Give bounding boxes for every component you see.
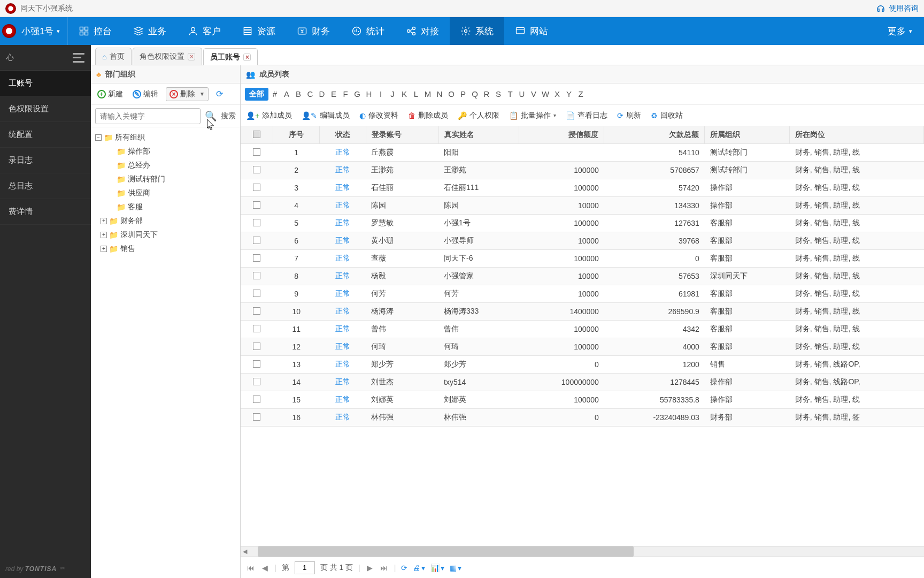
tab-home[interactable]: ⌂首页	[95, 48, 132, 65]
table-row[interactable]: 4正常陈园陈园10000134330操作部财务, 销售, 助理, 线	[241, 197, 924, 215]
tree-root[interactable]: −📁所有组织	[93, 131, 238, 144]
nav-integration[interactable]: 对接	[395, 17, 450, 45]
alpha-letter[interactable]: #	[270, 89, 280, 98]
col-account[interactable]: 登录账号	[366, 126, 438, 144]
collapse-icon[interactable]: −	[95, 134, 102, 141]
alpha-letter[interactable]: J	[387, 89, 398, 98]
row-checkbox[interactable]	[241, 144, 273, 162]
alpha-letter[interactable]: M	[422, 89, 433, 98]
table-row[interactable]: 13正常郑少芳郑少芳01200销售财务, 销售, 线路OP,	[241, 356, 924, 374]
recycle-button[interactable]: ♻回收站	[651, 111, 683, 120]
help-link[interactable]: 使用咨询	[876, 4, 919, 13]
col-checkbox[interactable]	[241, 126, 273, 144]
modify-info-button[interactable]: ◐修改资料	[359, 111, 398, 120]
alpha-letter[interactable]: E	[328, 89, 339, 98]
nav-console[interactable]: 控台	[68, 17, 122, 45]
pager-refresh-button[interactable]: ⟳	[401, 564, 407, 572]
alpha-letter[interactable]: V	[528, 89, 539, 98]
tree-node[interactable]: 📁供应商	[93, 186, 238, 200]
alpha-letter[interactable]: Q	[469, 89, 480, 98]
alpha-letter[interactable]: C	[305, 89, 315, 98]
table-row[interactable]: 5正常罗慧敏小强1号100000127631客服部财务, 销售, 助理, 线	[241, 215, 924, 232]
row-checkbox[interactable]	[241, 409, 273, 427]
alpha-letter[interactable]: K	[399, 89, 410, 98]
row-checkbox[interactable]	[241, 303, 273, 321]
tree-delete-button[interactable]: ×删除▼	[166, 87, 209, 101]
tree-node[interactable]: 📁操作部	[93, 144, 238, 158]
table-row[interactable]: 12正常何琦何琦1000004000客服部财务, 销售, 助理, 线	[241, 338, 924, 356]
tree-edit-button[interactable]: ✎编辑	[130, 88, 160, 100]
expand-icon[interactable]: +	[101, 232, 107, 238]
nav-finance[interactable]: 财务	[286, 17, 341, 45]
row-checkbox[interactable]	[241, 321, 273, 338]
table-row[interactable]: 7正常查薇同天下-61000000客服部财务, 销售, 助理, 线	[241, 250, 924, 268]
alpha-letter[interactable]: O	[446, 89, 457, 98]
nav-website[interactable]: 网站	[504, 17, 559, 45]
row-checkbox[interactable]	[241, 285, 273, 303]
alpha-letter[interactable]: A	[281, 89, 292, 98]
pager-last-button[interactable]: ⏭	[379, 564, 389, 572]
pager-prev-button[interactable]: ◀	[261, 564, 269, 572]
tree-node[interactable]: +📁财务部	[93, 214, 238, 228]
alpha-letter[interactable]: U	[517, 89, 527, 98]
table-row[interactable]: 11正常曾伟曾伟1000004342客服部财务, 销售, 助理, 线	[241, 321, 924, 338]
col-index[interactable]: 序号	[273, 126, 320, 144]
sidebar-collapse-icon[interactable]	[73, 53, 84, 63]
row-checkbox[interactable]	[241, 215, 273, 232]
alpha-letter[interactable]: N	[434, 89, 445, 98]
alpha-letter[interactable]: Z	[575, 89, 586, 98]
edit-member-button[interactable]: 👤✎编辑成员	[302, 111, 350, 120]
nav-resource[interactable]: 资源	[232, 17, 286, 45]
table-row[interactable]: 14正常刘世杰txy5141000000001278445操作部财务, 销售, …	[241, 374, 924, 391]
tree-node[interactable]: 📁总经办	[93, 158, 238, 172]
col-debt[interactable]: 欠款总额	[604, 126, 705, 144]
alpha-letter[interactable]: W	[540, 89, 551, 98]
table-row[interactable]: 15正常刘娜英刘娜英10000055783335.8操作部财务, 销售, 助理,…	[241, 391, 924, 409]
batch-ops-button[interactable]: 📋批量操作▾	[509, 111, 556, 120]
tree-new-button[interactable]: +新建	[95, 88, 125, 100]
view-log-button[interactable]: 📄查看日志	[566, 111, 607, 120]
personal-perm-button[interactable]: 🔑个人权限	[458, 111, 499, 120]
alpha-letter[interactable]: L	[411, 89, 421, 98]
nav-more[interactable]: 更多▾	[876, 25, 924, 37]
tab-role-perm[interactable]: 角色权限设置×	[133, 48, 202, 65]
alpha-all[interactable]: 全部	[245, 88, 268, 101]
alpha-letter[interactable]: T	[505, 89, 515, 98]
col-status[interactable]: 状态	[319, 126, 366, 144]
tree-node[interactable]: 📁客服	[93, 200, 238, 214]
tree-node[interactable]: 📁测试转部门	[93, 172, 238, 186]
row-checkbox[interactable]	[241, 162, 273, 179]
sidebar-item-fee-detail[interactable]: 费详情	[0, 199, 91, 225]
close-icon[interactable]: ×	[188, 53, 195, 60]
col-post[interactable]: 所在岗位	[790, 126, 924, 144]
alpha-letter[interactable]: I	[375, 89, 386, 98]
nav-system[interactable]: 系统	[450, 17, 504, 45]
pager-page-input[interactable]	[295, 561, 315, 574]
sidebar-item-staff-account[interactable]: 工账号	[0, 71, 91, 96]
pager-columns-button[interactable]: ▦▾	[450, 564, 461, 572]
tree-refresh-button[interactable]: ⟳	[214, 88, 225, 100]
alpha-letter[interactable]: B	[293, 89, 304, 98]
delete-member-button[interactable]: 🗑删除成员	[408, 111, 448, 120]
sidebar-item-role-perm[interactable]: 色权限设置	[0, 96, 91, 122]
row-checkbox[interactable]	[241, 250, 273, 268]
table-row[interactable]: 3正常石佳丽石佳丽11110000057420操作部财务, 销售, 助理, 线	[241, 179, 924, 197]
row-checkbox[interactable]	[241, 197, 273, 215]
nav-stats[interactable]: 统计	[341, 17, 395, 45]
tree-search-input[interactable]	[95, 108, 201, 124]
table-row[interactable]: 1正常丘燕霞阳阳54110测试转部门财务, 销售, 助理, 线	[241, 144, 924, 162]
col-org[interactable]: 所属组织	[705, 126, 790, 144]
pager-print-button[interactable]: 🖨▾	[413, 564, 425, 572]
table-row[interactable]: 9正常何芳何芳1000061981客服部财务, 销售, 助理, 线	[241, 285, 924, 303]
alpha-letter[interactable]: P	[458, 89, 468, 98]
table-row[interactable]: 16正常林伟强林伟强0-23240489.03财务部财务, 销售, 助理, 签	[241, 409, 924, 427]
alpha-letter[interactable]: F	[340, 89, 351, 98]
sidebar-item-sys-config[interactable]: 统配置	[0, 122, 91, 148]
alpha-letter[interactable]: H	[364, 89, 374, 98]
alpha-letter[interactable]: Y	[564, 89, 574, 98]
col-credit[interactable]: 授信额度	[519, 126, 604, 144]
alpha-letter[interactable]: D	[317, 89, 327, 98]
expand-icon[interactable]: +	[101, 218, 107, 224]
row-checkbox[interactable]	[241, 338, 273, 356]
expand-icon[interactable]: +	[101, 246, 107, 252]
